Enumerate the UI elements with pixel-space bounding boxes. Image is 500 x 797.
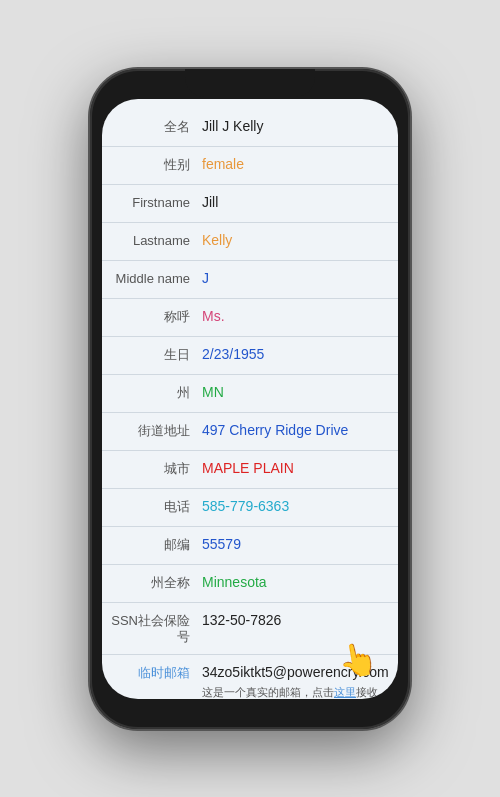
table-row: 街道地址497 Cherry Ridge Drive: [102, 413, 398, 451]
field-label: 邮编: [102, 535, 202, 554]
table-row: 邮编55579: [102, 527, 398, 565]
table-row: 称呼Ms.: [102, 299, 398, 337]
field-label: 临时邮箱: [102, 663, 202, 682]
field-label: 称呼: [102, 307, 202, 326]
field-label: Firstname: [102, 193, 202, 212]
field-value: female: [202, 155, 386, 175]
field-label: Lastname: [102, 231, 202, 250]
field-label: 全名: [102, 117, 202, 136]
field-value: J: [202, 269, 386, 289]
phone-notch: [185, 69, 315, 97]
email-link[interactable]: 这里: [334, 686, 356, 698]
field-value: Jill J Kelly: [202, 117, 386, 137]
field-value: 132-50-7826: [202, 611, 386, 631]
field-value: Ms.: [202, 307, 386, 327]
field-value: Kelly: [202, 231, 386, 251]
field-label: 州全称: [102, 573, 202, 592]
field-label: 生日: [102, 345, 202, 364]
phone-frame: 全名Jill J Kelly性别femaleFirstnameJillLastn…: [90, 69, 410, 729]
hand-emoji-decoration: 👆: [335, 637, 381, 681]
field-label: 街道地址: [102, 421, 202, 440]
field-value: 585-779-6363: [202, 497, 386, 517]
table-row: FirstnameJill: [102, 185, 398, 223]
table-row: 州全称Minnesota: [102, 565, 398, 603]
table-row: 州MN: [102, 375, 398, 413]
field-label: 州: [102, 383, 202, 402]
table-row: Middle nameJ: [102, 261, 398, 299]
field-label: 电话: [102, 497, 202, 516]
screen[interactable]: 全名Jill J Kelly性别femaleFirstnameJillLastn…: [102, 99, 398, 699]
field-label: SSN社会保险号: [102, 611, 202, 647]
table-row: 生日2/23/1955: [102, 337, 398, 375]
field-value: MN: [202, 383, 386, 403]
table-row: LastnameKelly: [102, 223, 398, 261]
table-row: 全名Jill J Kelly: [102, 109, 398, 147]
table-row: 电话585-779-6363: [102, 489, 398, 527]
field-value: 497 Cherry Ridge Drive: [202, 421, 386, 441]
field-value: 55579: [202, 535, 386, 555]
field-value: Jill: [202, 193, 386, 213]
field-value: Minnesota: [202, 573, 386, 593]
field-value: MAPLE PLAIN: [202, 459, 386, 479]
field-label: Middle name: [102, 269, 202, 288]
content-area: 全名Jill J Kelly性别femaleFirstnameJillLastn…: [102, 99, 398, 699]
field-label: 城市: [102, 459, 202, 478]
table-row: 城市MAPLE PLAIN: [102, 451, 398, 489]
field-value: 2/23/1955: [202, 345, 386, 365]
table-row: 性别female: [102, 147, 398, 185]
field-label: 性别: [102, 155, 202, 174]
